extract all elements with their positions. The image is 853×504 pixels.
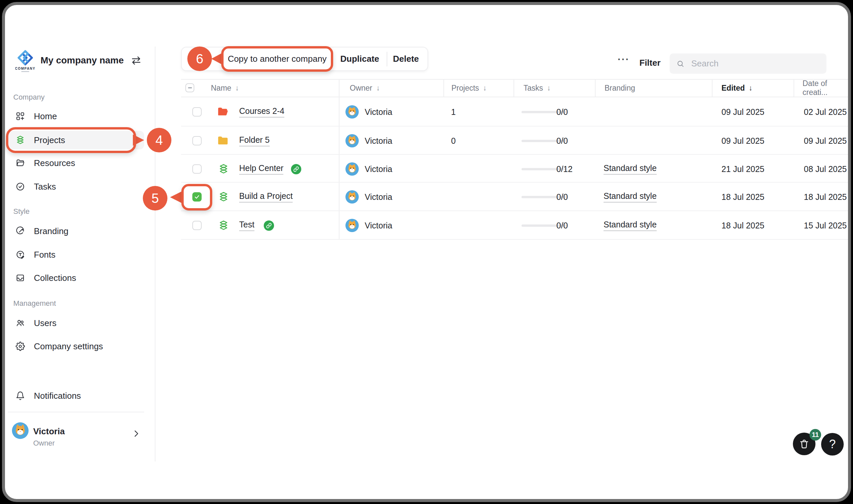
sidebar-item-resources[interactable]: Resources (8, 154, 144, 172)
divider (514, 80, 514, 96)
section-label-company: Company (13, 93, 45, 102)
project-name-link[interactable]: Courses 2-4 (239, 97, 284, 126)
branding-style-link[interactable]: Standard style (604, 183, 657, 211)
divider (595, 80, 596, 96)
home-grid-icon (15, 111, 25, 121)
column-header-edited[interactable]: Edited↓ (722, 79, 752, 97)
trash-icon (799, 438, 810, 449)
search-box[interactable] (670, 53, 827, 74)
sidebar-item-label: Fonts (34, 250, 55, 260)
sidebar-item-company-settings[interactable]: Company settings (8, 337, 144, 356)
column-header-date-of-creation[interactable]: Date of creati... (802, 79, 851, 97)
table-row[interactable]: Folder 5 Victoria 0 0/0 09 Jul 2025 09 J… (181, 126, 848, 155)
published-link-badge (291, 155, 301, 183)
projects-count: 0 (451, 126, 456, 155)
tasks-count: 0/0 (556, 211, 586, 240)
sidebar-item-tasks[interactable]: Tasks (8, 177, 144, 196)
table-row[interactable]: Test Victoria 0/0 Standard style 18 Jul … (181, 211, 848, 240)
filter-button[interactable]: Filter (639, 53, 661, 72)
search-input[interactable] (691, 58, 820, 69)
sidebar-item-label: Notifications (34, 391, 81, 401)
sidebar-item-label: Branding (34, 226, 68, 236)
project-name-link[interactable]: Test (239, 211, 254, 240)
profile-role: Owner (33, 439, 55, 448)
sort-arrow-icon: ↓ (235, 84, 239, 92)
created-date: 08 Jul 2025 (804, 155, 847, 183)
branding-style-link[interactable]: Standard style (604, 211, 657, 240)
column-header-owner[interactable]: Owner↓ (350, 79, 380, 97)
sidebar-item-users[interactable]: Users (8, 314, 144, 332)
company-logo: COMPANY (15, 49, 35, 73)
sidebar-item-collections[interactable]: Collections (8, 269, 144, 287)
callout-tail (170, 192, 181, 203)
branding-style-link[interactable]: Standard style (604, 155, 657, 183)
check-circle-icon (15, 182, 25, 192)
tasks-count: 0/0 (556, 126, 586, 155)
column-header-branding[interactable]: Branding (605, 79, 635, 97)
project-name-link[interactable]: Build a Project (239, 183, 292, 211)
column-header-tasks[interactable]: Tasks↓ (523, 79, 551, 97)
folder-yellow-icon (217, 126, 229, 155)
sidebar-item-label: Users (34, 318, 56, 328)
divider (181, 239, 848, 240)
project-name-link[interactable]: Help Center (239, 155, 283, 183)
divider (712, 80, 712, 96)
owner-name: Victoria (365, 155, 392, 183)
highlight-copy-button (221, 46, 333, 72)
stage: COMPANY My company name Company Home Pro… (2, 2, 851, 502)
layers-icon (218, 183, 229, 211)
sort-arrow-icon: ↓ (749, 84, 752, 92)
avatar (345, 183, 359, 211)
duplicate-button[interactable]: Duplicate (336, 47, 384, 71)
row-checkbox[interactable] (192, 211, 202, 240)
select-all-checkbox[interactable] (185, 83, 194, 92)
company-name: My company name (40, 55, 124, 66)
branding-icon (15, 226, 25, 236)
highlight-row-checkbox (181, 184, 212, 211)
sidebar-item-label: Tasks (34, 182, 56, 192)
collections-icon (15, 273, 25, 283)
table-row[interactable]: Build a Project Victoria 0/0 Standard st… (181, 183, 848, 211)
owner-name: Victoria (365, 97, 392, 126)
link-icon (264, 220, 274, 231)
table-row[interactable]: Courses 2-4 Victoria 1 0/0 09 Jul 2025 0… (181, 97, 848, 126)
gear-icon (15, 341, 25, 351)
sidebar-item-fonts[interactable]: Fonts (8, 245, 144, 264)
divider (387, 52, 387, 67)
delete-button[interactable]: Delete (390, 47, 422, 71)
divider (339, 80, 339, 96)
help-button[interactable]: ? (821, 433, 844, 455)
bell-icon (15, 391, 25, 401)
edited-date: 21 Jul 2025 (722, 155, 764, 183)
row-checkbox[interactable] (192, 126, 202, 155)
owner-name: Victoria (365, 183, 392, 211)
more-options-icon[interactable]: ⋯ (615, 50, 632, 68)
search-icon (676, 59, 685, 68)
created-date: 09 Jul 2025 (804, 126, 847, 155)
sidebar-item-label: Collections (34, 273, 76, 283)
created-date: 02 Jul 2025 (804, 97, 847, 126)
switch-company-icon[interactable] (129, 54, 143, 67)
avatar (345, 97, 359, 126)
row-checkbox[interactable] (192, 97, 202, 126)
edited-date: 09 Jul 2025 (722, 126, 764, 155)
sidebar-item-notifications[interactable]: Notifications (8, 386, 144, 405)
table-row[interactable]: Help Center Victoria 0/12 Standard style… (181, 155, 848, 183)
sort-arrow-icon: ↓ (483, 84, 486, 92)
callout-tail (211, 53, 222, 65)
column-header-projects[interactable]: Projects↓ (451, 79, 486, 97)
column-header-name[interactable]: Name↓ (211, 79, 239, 97)
project-name-link[interactable]: Folder 5 (239, 126, 270, 155)
section-label-style: Style (13, 207, 30, 216)
profile-name: Victoria (33, 426, 65, 437)
divider (443, 80, 444, 96)
created-date: 18 Jul 2025 (804, 183, 847, 211)
sidebar-item-branding[interactable]: Branding (8, 222, 144, 240)
layers-icon (218, 211, 229, 240)
indeterminate-mark (188, 87, 192, 88)
avatar (12, 422, 29, 439)
tasks-count: 0/12 (556, 155, 586, 183)
owner-name: Victoria (365, 126, 392, 155)
sidebar-item-home[interactable]: Home (8, 107, 144, 126)
row-checkbox[interactable] (192, 155, 202, 183)
